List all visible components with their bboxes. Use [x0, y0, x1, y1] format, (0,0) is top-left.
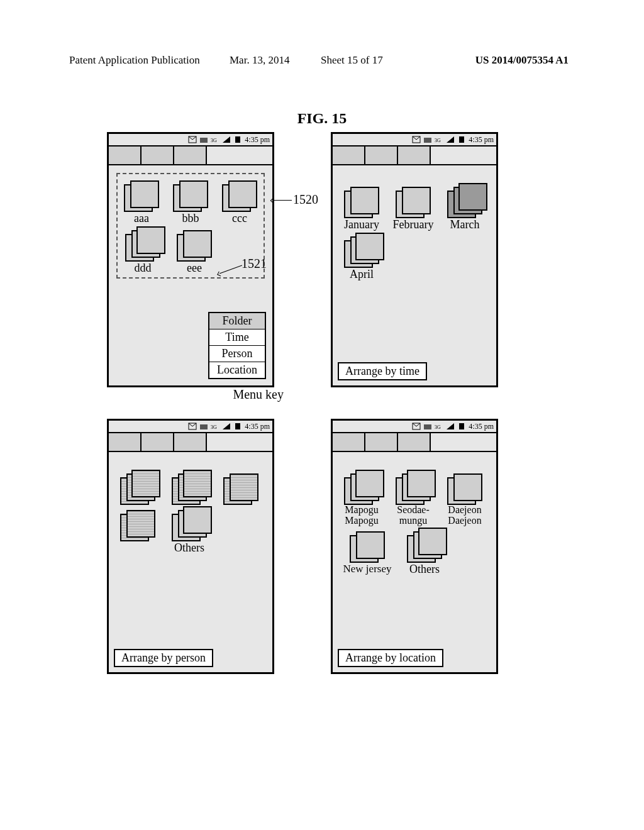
- folder-person-2[interactable]: [168, 471, 211, 505]
- folder-label: Others: [174, 541, 204, 555]
- folder-label: aaa: [134, 212, 149, 225]
- callout-1520: 1520: [293, 192, 318, 207]
- folder-aaa[interactable]: aaa: [121, 178, 162, 225]
- status-time: 4:35 pm: [469, 135, 494, 145]
- signal-icon: [222, 423, 231, 430]
- folder-person-3[interactable]: [219, 471, 262, 505]
- folder-label: ccc: [232, 212, 247, 225]
- signal-3g-icon: 3G: [435, 136, 443, 143]
- tab-1[interactable]: [333, 433, 365, 451]
- folder-march[interactable]: March: [443, 184, 486, 231]
- leader-1520: [273, 200, 292, 201]
- folder-eee[interactable]: eee: [173, 228, 216, 275]
- svg-text:3G: 3G: [435, 424, 441, 430]
- svg-text:3G: 3G: [435, 138, 441, 143]
- svg-rect-3: [235, 136, 240, 143]
- header-date: Mar. 13, 2014: [230, 54, 289, 67]
- folder-february[interactable]: February: [392, 184, 435, 231]
- content-area: Others: [109, 452, 272, 672]
- folder-ccc[interactable]: ccc: [219, 178, 260, 225]
- network-icon: [199, 136, 208, 143]
- tab-bar: [333, 145, 496, 165]
- figure-title: FIG. 15: [0, 110, 644, 127]
- network-icon: [423, 136, 432, 143]
- folder-label: April: [350, 268, 374, 281]
- footer-label: Arrange by person: [114, 649, 213, 667]
- menu-item-person[interactable]: Person: [209, 346, 265, 362]
- folder-label: MapoguMapogu: [345, 505, 378, 526]
- folder-april[interactable]: April: [340, 234, 383, 281]
- tab-filler: [207, 147, 272, 164]
- folder-person-1[interactable]: [116, 471, 159, 505]
- tab-bar: [333, 432, 496, 452]
- status-bar: 3G 4:35 pm: [333, 421, 496, 432]
- folder-january[interactable]: January: [340, 184, 383, 231]
- folder-bbb[interactable]: bbb: [170, 178, 211, 225]
- footer-label: Arrange by time: [338, 362, 427, 380]
- menu-key-label: Menu key: [233, 387, 284, 402]
- folder-others[interactable]: Others: [168, 507, 211, 555]
- tab-bar: [109, 432, 272, 452]
- patent-page: Patent Application Publication Mar. 13, …: [0, 0, 644, 830]
- tab-filler: [431, 147, 496, 164]
- svg-rect-1: [200, 138, 208, 143]
- signal-icon: [222, 136, 231, 143]
- svg-rect-15: [459, 423, 464, 429]
- mail-icon: [188, 136, 197, 143]
- signal-3g-icon: 3G: [211, 423, 219, 430]
- svg-rect-13: [424, 424, 431, 429]
- folder-ddd[interactable]: ddd: [121, 228, 164, 275]
- battery-icon: [233, 423, 242, 430]
- folder-label: March: [450, 218, 480, 231]
- tab-2[interactable]: [365, 433, 398, 451]
- callout-1521: 1521: [242, 257, 267, 271]
- status-bar: 3G 4:35 pm: [109, 134, 272, 145]
- battery-icon: [457, 423, 466, 430]
- svg-rect-9: [200, 424, 208, 429]
- tab-1[interactable]: [333, 147, 365, 164]
- tab-3[interactable]: [174, 433, 207, 451]
- menu-item-time[interactable]: Time: [209, 329, 265, 346]
- figure-grid: 3G 4:35 pm aaa: [107, 132, 541, 706]
- svg-rect-11: [235, 423, 240, 429]
- row-1: 3G 4:35 pm aaa: [107, 132, 541, 387]
- tab-1[interactable]: [109, 433, 142, 451]
- tab-3[interactable]: [398, 433, 431, 451]
- tab-2[interactable]: [142, 433, 174, 451]
- tab-filler: [431, 433, 496, 451]
- menu-item-folder[interactable]: Folder: [209, 313, 265, 329]
- folder-label: New jersey: [343, 563, 392, 575]
- content-area: January February March April: [333, 165, 496, 385]
- folder-person-4[interactable]: [116, 507, 159, 555]
- content-area: aaa bbb ccc ddd eee Folder Time: [109, 165, 272, 385]
- battery-icon: [233, 136, 242, 143]
- signal-3g-icon: 3G: [435, 423, 443, 430]
- tab-2[interactable]: [142, 147, 174, 164]
- mail-icon: [412, 423, 421, 430]
- folder-daejeon[interactable]: DaejeonDaejeon: [443, 471, 486, 526]
- folder-newjersey[interactable]: New jersey: [340, 529, 394, 576]
- folder-label: bbb: [182, 212, 199, 225]
- footer-label: Arrange by location: [338, 649, 443, 667]
- network-icon: [199, 423, 208, 430]
- screen-bottom-left: 3G 4:35 pm: [107, 419, 274, 674]
- status-time: 4:35 pm: [469, 422, 494, 431]
- folder-others[interactable]: Others: [403, 529, 446, 576]
- svg-text:3G: 3G: [211, 138, 217, 143]
- folder-label: Seodae-mungu: [397, 505, 430, 526]
- signal-icon: [446, 136, 455, 143]
- svg-rect-5: [424, 138, 431, 143]
- tab-3[interactable]: [398, 147, 431, 164]
- folder-label: February: [393, 218, 434, 231]
- menu-item-location[interactable]: Location: [209, 362, 265, 378]
- folder-seodaemungu[interactable]: Seodae-mungu: [392, 471, 435, 526]
- folder-mapogu[interactable]: MapoguMapogu: [340, 471, 383, 526]
- tab-2[interactable]: [365, 147, 398, 164]
- mail-icon: [188, 423, 197, 430]
- network-icon: [423, 423, 432, 430]
- svg-text:3G: 3G: [211, 424, 217, 430]
- folder-label: ddd: [135, 262, 152, 275]
- folder-label: January: [344, 218, 379, 231]
- tab-3[interactable]: [174, 147, 207, 164]
- tab-1[interactable]: [109, 147, 142, 164]
